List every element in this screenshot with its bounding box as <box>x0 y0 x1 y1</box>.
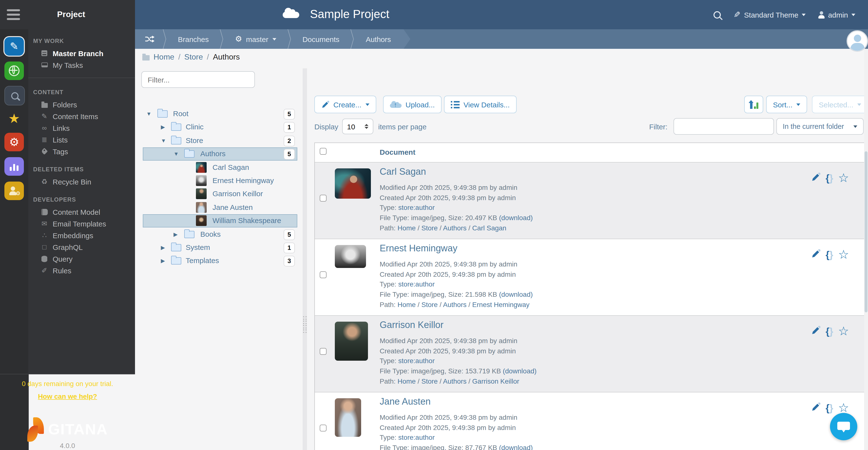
breadcrumb-home[interactable]: Home <box>154 53 174 61</box>
download-link[interactable]: (download) <box>503 367 536 375</box>
document-thumbnail[interactable] <box>335 321 368 361</box>
download-link[interactable]: (download) <box>499 444 533 450</box>
reports-chart-icon[interactable] <box>4 157 24 176</box>
user-settings-icon[interactable]: ⚙ <box>4 181 24 200</box>
user-avatar[interactable] <box>846 30 868 52</box>
favorite-star-icon[interactable]: ☆ <box>838 402 849 413</box>
path-segment-link[interactable]: Garrison Keillor <box>472 377 519 385</box>
hamburger-menu-icon[interactable] <box>7 9 20 20</box>
panel-resize-handle[interactable] <box>303 68 307 450</box>
type-link[interactable]: store:author <box>398 434 434 442</box>
ribbon-branch-selector[interactable]: ⚙ master <box>225 35 286 43</box>
sidebar-item-content-model[interactable]: Content Model <box>28 206 135 218</box>
tree-node-jane-austen[interactable]: Jane Austen <box>143 201 297 214</box>
document-name-link[interactable]: Ernest Hemingway <box>380 243 457 254</box>
edit-pencil-icon[interactable] <box>811 326 821 337</box>
settings-gear-icon[interactable]: ⚙ <box>4 133 24 151</box>
user-menu[interactable]: admin <box>818 10 855 19</box>
row-checkbox[interactable] <box>320 195 327 202</box>
favorites-star-icon[interactable]: ★ <box>0 111 28 126</box>
breadcrumb-store[interactable]: Store <box>184 53 203 61</box>
tree-collapse-icon[interactable]: ▼ <box>161 138 166 144</box>
page-size-select[interactable]: 10 <box>342 119 373 134</box>
help-link[interactable]: How can we help? <box>38 392 97 400</box>
path-segment-link[interactable]: Home <box>398 377 416 385</box>
sidebar-item-master-branch[interactable]: Master Branch <box>28 47 135 59</box>
path-segment-link[interactable]: Authors <box>443 301 467 308</box>
path-segment-link[interactable]: Store <box>421 301 438 308</box>
upload-button[interactable]: ↑ Upload... <box>383 96 441 113</box>
tree-node-store[interactable]: ▼Store2 <box>143 134 297 147</box>
favorite-star-icon[interactable]: ☆ <box>838 172 849 183</box>
document-thumbnail[interactable] <box>335 168 371 199</box>
sidebar-item-links[interactable]: ∞Links <box>28 122 135 134</box>
tree-node-templates[interactable]: ▶Templates3 <box>143 255 297 268</box>
path-segment-link[interactable]: Authors <box>443 224 467 232</box>
tree-filter-input[interactable] <box>141 71 255 88</box>
path-segment-link[interactable]: Home <box>398 301 416 308</box>
select-all-checkbox[interactable] <box>320 148 327 155</box>
path-segment-link[interactable]: Store <box>421 224 438 232</box>
selected-button[interactable]: Selected... <box>812 96 868 113</box>
tree-expand-icon[interactable]: ▶ <box>161 258 165 264</box>
document-thumbnail[interactable] <box>335 245 366 268</box>
type-link[interactable]: store:author <box>398 280 434 288</box>
edit-pencil-icon[interactable] <box>811 402 821 414</box>
sidebar-item-my-tasks[interactable]: My Tasks <box>28 59 135 71</box>
theme-menu[interactable]: ✎ Standard Theme <box>734 9 806 20</box>
sidebar-item-rules[interactable]: ✐Rules <box>28 264 135 276</box>
path-segment-link[interactable]: Authors <box>443 377 467 385</box>
ribbon-item-documents[interactable]: Documents <box>293 35 349 43</box>
path-segment-link[interactable]: Carl Sagan <box>472 224 506 232</box>
ribbon-item-authors[interactable]: Authors <box>356 35 401 43</box>
sort-button[interactable]: Sort... <box>766 96 807 113</box>
tree-node-garrison-keillor[interactable]: Garrison Keillor <box>143 188 297 201</box>
document-name-link[interactable]: Carl Sagan <box>380 166 426 177</box>
scrollbar-thumb[interactable] <box>865 151 868 312</box>
tree-node-books[interactable]: ▶Books5 <box>143 228 297 241</box>
document-name-link[interactable]: Garrison Keillor <box>380 320 443 331</box>
sort-direction-button[interactable] <box>744 96 763 113</box>
path-segment-link[interactable]: Store <box>421 377 438 385</box>
row-checkbox[interactable] <box>320 348 327 355</box>
sidebar-item-content-items[interactable]: ✎Content Items <box>28 110 135 122</box>
tree-node-authors[interactable]: ▼Authors5 <box>143 147 297 161</box>
scope-select[interactable]: In the current folder <box>776 118 864 135</box>
search-button[interactable] <box>714 11 721 18</box>
shuffle-icon[interactable] <box>135 36 161 43</box>
tree-expand-icon[interactable]: ▶ <box>161 245 165 251</box>
edit-icon[interactable]: ✎ <box>4 37 24 56</box>
path-segment-link[interactable]: Ernest Hemingway <box>472 301 529 308</box>
tree-expand-icon[interactable]: ▶ <box>174 231 178 237</box>
type-link[interactable]: store:author <box>398 204 434 212</box>
tree-collapse-icon[interactable]: ▼ <box>146 111 152 117</box>
edit-pencil-icon[interactable] <box>811 249 821 261</box>
tree-collapse-icon[interactable]: ▼ <box>174 151 179 157</box>
sidebar-item-query[interactable]: Query <box>28 253 135 264</box>
tree-node-ernest-hemingway[interactable]: Ernest Hemingway <box>143 174 297 188</box>
create-button[interactable]: Create... <box>314 96 376 113</box>
favorite-star-icon[interactable]: ☆ <box>838 325 849 336</box>
document-name-link[interactable]: Jane Austen <box>380 396 431 407</box>
tree-node-william-shakespeare[interactable]: William Shakespeare <box>143 214 297 227</box>
tree-node-clinic[interactable]: ▶Clinic1 <box>143 121 297 134</box>
world-icon[interactable] <box>4 61 24 80</box>
view-details-button[interactable]: View Details... <box>444 96 517 113</box>
sidebar-item-graphql[interactable]: □GraphQL <box>28 241 135 253</box>
row-checkbox[interactable] <box>320 271 327 278</box>
tree-expand-icon[interactable]: ▶ <box>161 124 165 131</box>
json-braces-icon[interactable]: {} <box>826 249 833 260</box>
sidebar-item-recycle-bin[interactable]: ♻Recycle Bin <box>28 176 135 188</box>
sidebar-item-tags[interactable]: Tags <box>28 145 135 157</box>
path-segment-link[interactable]: Home <box>398 224 416 232</box>
tree-node-carl-sagan[interactable]: Carl Sagan <box>143 161 297 174</box>
row-checkbox[interactable] <box>320 425 327 431</box>
document-thumbnail[interactable] <box>335 398 361 437</box>
tree-node-root[interactable]: ▼Root5 <box>143 107 297 120</box>
download-link[interactable]: (download) <box>499 290 533 298</box>
search-rail-icon[interactable] <box>4 86 25 106</box>
json-braces-icon[interactable]: {} <box>826 173 833 184</box>
chat-button[interactable] <box>830 413 857 440</box>
tree-node-system[interactable]: ▶System1 <box>143 241 297 254</box>
list-filter-input[interactable] <box>674 118 774 135</box>
